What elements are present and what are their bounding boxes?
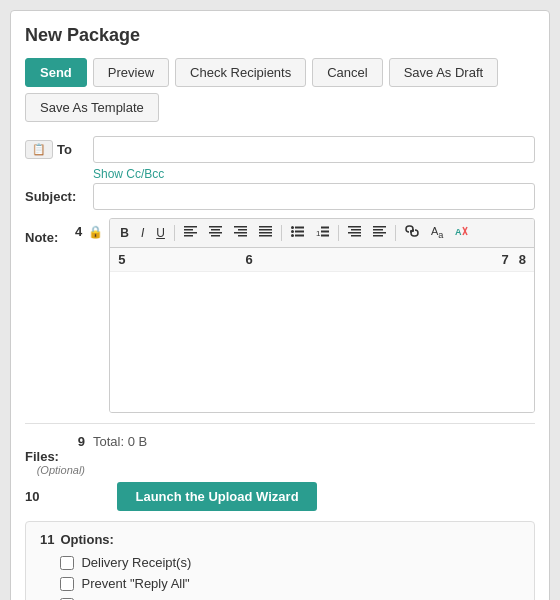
clear-format-icon: A bbox=[455, 225, 468, 237]
prevent-reply-all-checkbox[interactable] bbox=[60, 577, 74, 591]
toolbar-separator-3 bbox=[338, 225, 339, 241]
svg-rect-2 bbox=[184, 232, 197, 234]
list-ul-icon bbox=[291, 226, 304, 237]
files-row: 9 Files: (Optional) Total: 0 B bbox=[25, 434, 535, 476]
svg-rect-9 bbox=[238, 229, 247, 231]
svg-rect-30 bbox=[373, 226, 386, 228]
align-center-button[interactable] bbox=[204, 223, 227, 243]
bold-button[interactable]: B bbox=[115, 223, 134, 243]
to-input[interactable] bbox=[93, 136, 535, 163]
subject-label: Subject: bbox=[25, 189, 85, 204]
toolbar-separator-2 bbox=[281, 225, 282, 241]
files-total: Total: 0 B bbox=[93, 434, 147, 449]
outdent-button[interactable] bbox=[368, 223, 391, 243]
svg-rect-13 bbox=[259, 229, 272, 231]
format-button[interactable]: Aa bbox=[426, 222, 448, 244]
top-toolbar: Send Preview Check Recipients Cancel Sav… bbox=[25, 58, 535, 122]
prevent-reply-all-label: Prevent "Reply All" bbox=[81, 576, 189, 591]
annotation-10: 10 bbox=[25, 489, 39, 504]
clear-format-button[interactable]: A bbox=[450, 222, 473, 243]
svg-rect-29 bbox=[351, 235, 361, 237]
justify-icon bbox=[259, 226, 272, 237]
cancel-button-top[interactable]: Cancel bbox=[312, 58, 382, 87]
indent-button[interactable] bbox=[343, 223, 366, 243]
files-section: 9 Files: (Optional) Total: 0 B 10 Launch… bbox=[25, 423, 535, 511]
svg-rect-11 bbox=[238, 235, 247, 237]
delivery-receipt-label: Delivery Receipt(s) bbox=[81, 555, 191, 570]
files-label: Files: bbox=[25, 449, 85, 464]
options-section: 11 Options: Delivery Receipt(s) Prevent … bbox=[25, 521, 535, 600]
to-icon[interactable]: 📋 bbox=[25, 140, 53, 159]
svg-rect-8 bbox=[234, 226, 247, 228]
svg-point-20 bbox=[291, 234, 294, 237]
to-label: 📋 To bbox=[25, 140, 85, 159]
outdent-icon bbox=[373, 226, 386, 237]
align-center-icon bbox=[209, 226, 222, 237]
align-left-icon bbox=[184, 226, 197, 237]
justify-button[interactable] bbox=[254, 223, 277, 243]
svg-rect-7 bbox=[211, 235, 220, 237]
link-button[interactable] bbox=[400, 222, 424, 243]
note-editor-body[interactable] bbox=[110, 272, 534, 412]
svg-rect-24 bbox=[321, 230, 329, 232]
indent-icon bbox=[348, 226, 361, 237]
note-editor-wrapper: B I U bbox=[109, 218, 535, 413]
svg-rect-14 bbox=[259, 232, 272, 234]
link-icon bbox=[405, 225, 419, 237]
to-row: 📋 To bbox=[25, 136, 535, 163]
svg-rect-1 bbox=[184, 229, 193, 231]
upload-row: 10 Launch the Upload Wizard bbox=[25, 482, 535, 511]
svg-point-18 bbox=[291, 230, 294, 233]
annotation-11: 11 bbox=[40, 532, 54, 547]
note-section: Note: 4 🔒 B I U bbox=[25, 218, 535, 413]
check-recipients-button-top[interactable]: Check Recipients bbox=[175, 58, 306, 87]
svg-rect-17 bbox=[295, 226, 304, 228]
svg-rect-6 bbox=[209, 232, 222, 234]
svg-rect-28 bbox=[348, 232, 361, 234]
svg-rect-0 bbox=[184, 226, 197, 228]
annotation-4: 4 bbox=[75, 218, 82, 239]
show-ccbcc-link[interactable]: Show Cc/Bcc bbox=[93, 167, 535, 181]
annotation-9: 9 bbox=[78, 434, 85, 449]
option-prevent-reply-all: Prevent "Reply All" bbox=[60, 576, 191, 591]
options-title: Options: bbox=[60, 532, 191, 547]
upload-wizard-button[interactable]: Launch the Upload Wizard bbox=[117, 482, 316, 511]
svg-rect-19 bbox=[295, 230, 304, 232]
option-delivery-receipt: Delivery Receipt(s) bbox=[60, 555, 191, 570]
svg-rect-31 bbox=[373, 229, 383, 231]
files-optional-label: (Optional) bbox=[37, 464, 85, 476]
page-title: New Package bbox=[25, 25, 535, 46]
subject-input[interactable] bbox=[93, 183, 535, 210]
editor-toolbar: B I U bbox=[110, 219, 534, 248]
svg-rect-5 bbox=[211, 229, 220, 231]
svg-rect-21 bbox=[295, 234, 304, 236]
underline-button[interactable]: U bbox=[151, 223, 170, 243]
svg-rect-12 bbox=[259, 226, 272, 228]
annotation-6: 6 bbox=[245, 252, 252, 267]
toolbar-separator-4 bbox=[395, 225, 396, 241]
svg-rect-25 bbox=[321, 234, 329, 236]
list-ol-button[interactable]: 1. bbox=[311, 223, 334, 243]
align-left-button[interactable] bbox=[179, 223, 202, 243]
annotation-row-editor: 5 6 7 8 bbox=[110, 248, 534, 272]
svg-rect-15 bbox=[259, 235, 272, 237]
svg-rect-23 bbox=[321, 226, 329, 228]
align-right-button[interactable] bbox=[229, 223, 252, 243]
svg-rect-10 bbox=[234, 232, 247, 234]
annotation-5: 5 bbox=[118, 252, 125, 267]
italic-button[interactable]: I bbox=[136, 223, 149, 243]
subject-row: Subject: bbox=[25, 183, 535, 210]
delivery-receipt-checkbox[interactable] bbox=[60, 556, 74, 570]
align-right-icon bbox=[234, 226, 247, 237]
send-button-top[interactable]: Send bbox=[25, 58, 87, 87]
preview-button-top[interactable]: Preview bbox=[93, 58, 169, 87]
svg-point-16 bbox=[291, 226, 294, 229]
svg-rect-4 bbox=[209, 226, 222, 228]
annotation-8: 8 bbox=[519, 252, 526, 267]
save-as-draft-button-top[interactable]: Save As Draft bbox=[389, 58, 498, 87]
list-ul-button[interactable] bbox=[286, 223, 309, 243]
save-as-template-button-top[interactable]: Save As Template bbox=[25, 93, 159, 122]
svg-text:A: A bbox=[455, 227, 462, 237]
list-ol-icon: 1. bbox=[316, 226, 329, 237]
lock-icon: 🔒 bbox=[88, 218, 103, 239]
